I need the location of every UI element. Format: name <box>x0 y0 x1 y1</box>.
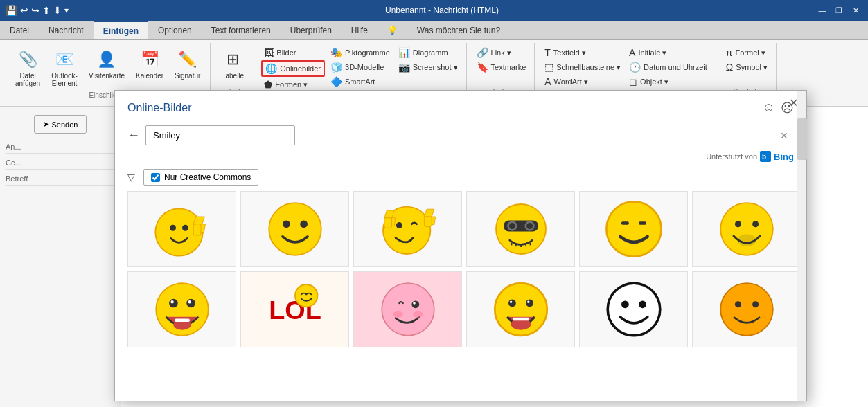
kalender-button[interactable]: 📅 Kalender <box>132 46 168 82</box>
tab-ueberpruefen[interactable]: Überprüfen <box>281 21 342 39</box>
link-label: Link ▾ <box>491 48 511 57</box>
dialog-scrollbar[interactable] <box>797 91 806 401</box>
svg-point-17 <box>508 223 515 229</box>
objekt-button[interactable]: ◻ Objekt ▾ <box>626 75 710 89</box>
redo-icon[interactable]: ↪ <box>31 5 39 16</box>
svg-point-8 <box>300 220 308 228</box>
piktogramme-label: Piktogramme <box>345 48 390 57</box>
textmarke-icon: 🔖 <box>477 62 488 73</box>
send-button[interactable]: ➤ Senden <box>34 115 87 134</box>
datei-anfuegen-label: Dateianfügen <box>15 72 40 87</box>
3d-modelle-button[interactable]: 🧊 3D-Modelle <box>328 60 393 74</box>
piktogramme-icon: 🎭 <box>330 47 342 58</box>
ribbon-text-col1: T Textfeld ▾ ⬚ Schnellbausteine ▾ A Word… <box>542 46 623 89</box>
image-cell-5[interactable] <box>579 191 688 267</box>
image-cell-10[interactable] <box>466 271 575 347</box>
svg-point-40 <box>382 283 434 336</box>
initiale-button[interactable]: A Initiale ▾ <box>626 46 710 60</box>
dialog-back-button[interactable]: ← <box>127 128 140 143</box>
field-input-betreff[interactable] <box>26 174 122 183</box>
svg-point-41 <box>411 300 419 308</box>
minimize-button[interactable]: — <box>815 3 829 17</box>
email-form: An... Cc... Betreff <box>6 141 115 186</box>
ribbon-links-content: 🔗 Link ▾ 🔖 Textmarke <box>474 46 529 74</box>
textmarke-label: Textmarke <box>491 63 526 71</box>
image-cell-9[interactable] <box>353 271 462 347</box>
svg-point-42 <box>413 302 416 305</box>
image-cell-2[interactable] <box>240 191 349 267</box>
field-input-cc[interactable] <box>21 159 117 167</box>
tab-was-moechten[interactable]: Was möchten Sie tun? <box>407 21 510 39</box>
diagramm-button[interactable]: 📊 Diagramm <box>396 46 461 60</box>
svg-text:b: b <box>762 153 766 161</box>
scrollbar-thumb[interactable] <box>797 118 807 160</box>
visitenkarte-label: Visitenkarte <box>89 72 125 80</box>
field-input-an[interactable] <box>21 143 117 151</box>
textfeld-button[interactable]: T Textfeld ▾ <box>542 46 623 60</box>
image-cell-7[interactable] <box>127 271 236 347</box>
smartart-icon: 🔷 <box>330 76 342 87</box>
upload-icon[interactable]: ⬆ <box>42 5 51 16</box>
image-cell-12[interactable] <box>692 271 801 347</box>
signatur-button[interactable]: ✏️ Signatur <box>170 46 204 82</box>
download-icon[interactable]: ⬇ <box>53 5 62 16</box>
svg-point-30 <box>737 234 756 246</box>
textmarke-button[interactable]: 🔖 Textmarke <box>474 60 529 74</box>
initiale-label: Initiale ▾ <box>638 48 666 57</box>
tab-lightbulb[interactable]: 💡 <box>378 21 407 39</box>
textfeld-icon: T <box>544 47 551 58</box>
formen-icon: ⬟ <box>264 79 272 90</box>
image-cell-6[interactable] <box>692 191 801 267</box>
onlinebilder-button[interactable]: 🌐 Onlinebilder <box>261 60 325 77</box>
save-icon[interactable]: 💾 <box>6 5 17 16</box>
tab-text-formatieren[interactable]: Text formatieren <box>202 21 281 39</box>
schnellbausteine-icon: ⬚ <box>544 62 553 73</box>
symbol-icon: Ω <box>726 62 733 73</box>
ribbon-group-content: 📎 Dateianfügen 📧 Outlook-Element 👤 Visit… <box>11 46 204 90</box>
smiley-laugh <box>151 278 213 341</box>
search-wrapper: ✕ <box>145 125 794 145</box>
signatur-label: Signatur <box>175 72 200 80</box>
formen-button[interactable]: ⬟ Formen ▾ <box>261 78 325 91</box>
outlook-element-icon: 📧 <box>53 48 76 71</box>
formel-button[interactable]: π Formel ▾ <box>723 46 770 60</box>
tabelle-button[interactable]: ⊞ Tabelle <box>218 46 248 82</box>
schnellbausteine-label: Schnellbausteine ▾ <box>556 63 621 72</box>
schnellbausteine-button[interactable]: ⬚ Schnellbausteine ▾ <box>542 60 623 74</box>
creative-commons-label: Nur Creative Commons <box>164 172 251 182</box>
tab-einfuegen[interactable]: Einfügen <box>94 21 148 39</box>
wordart-button[interactable]: A WordArt ▾ <box>542 75 623 89</box>
datum-uhrzeit-button[interactable]: 🕐 Datum und Uhrzeit <box>626 60 710 74</box>
datei-anfuegen-button[interactable]: 📎 Dateianfügen <box>11 46 44 90</box>
search-clear-button[interactable]: ✕ <box>780 130 788 141</box>
link-button[interactable]: 🔗 Link ▾ <box>474 46 529 60</box>
image-cell-1[interactable] <box>127 191 236 267</box>
search-input[interactable] <box>145 125 295 145</box>
image-cell-3[interactable] <box>353 191 462 267</box>
creative-commons-filter[interactable]: Nur Creative Commons <box>143 169 258 186</box>
tab-nachricht[interactable]: Nachricht <box>39 21 94 39</box>
image-cell-11[interactable] <box>579 271 688 347</box>
svg-point-18 <box>526 223 533 229</box>
bilder-button[interactable]: 🖼 Bilder <box>261 46 325 60</box>
tab-hilfe[interactable]: Hilfe <box>342 21 378 39</box>
bilder-icon: 🖼 <box>264 47 274 58</box>
tab-optionen[interactable]: Optionen <box>148 21 202 39</box>
outlook-element-label: Outlook-Element <box>51 72 78 87</box>
svg-rect-25 <box>621 221 629 225</box>
screenshot-button[interactable]: 📷 Screenshot ▾ <box>396 60 461 74</box>
image-cell-8[interactable]: LOL <box>240 271 349 347</box>
smiley-icon: ☺ <box>763 100 775 116</box>
tab-datei[interactable]: Datei <box>0 21 39 39</box>
close-button[interactable]: ✕ <box>849 3 862 17</box>
visitenkarte-button[interactable]: 👤 Visitenkarte <box>85 46 129 82</box>
outlook-element-button[interactable]: 📧 Outlook-Element <box>47 46 82 90</box>
datum-uhrzeit-icon: 🕐 <box>629 62 641 73</box>
image-cell-4[interactable] <box>466 191 575 267</box>
smartart-button[interactable]: 🔷 SmartArt <box>328 75 393 89</box>
symbol-button[interactable]: Ω Symbol ▾ <box>723 60 770 74</box>
undo-icon[interactable]: ↩ <box>20 5 28 16</box>
creative-commons-checkbox[interactable] <box>151 173 160 182</box>
piktogramme-button[interactable]: 🎭 Piktogramme <box>328 46 393 60</box>
restore-button[interactable]: ❐ <box>832 3 846 17</box>
